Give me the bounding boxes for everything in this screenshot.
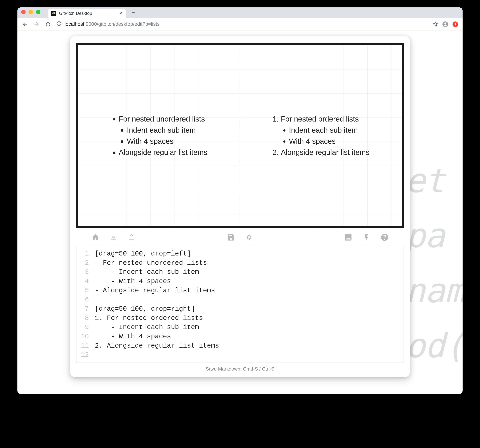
list-item: With 4 spaces (289, 136, 369, 147)
close-window-button[interactable] (21, 10, 26, 14)
slide-left-region[interactable]: For nested unordered lists Indent each s… (78, 45, 240, 226)
svg-point-1 (444, 22, 446, 24)
addrbar-right-icons: ⬆ (432, 21, 458, 28)
back-button[interactable] (22, 21, 28, 28)
maximize-window-button[interactable] (36, 10, 40, 14)
editor-content[interactable]: [drag=50 100, drop=left] - For nested un… (92, 246, 404, 363)
url-field[interactable]: localhost:9000/gitpitch/desktop/edit?p=l… (56, 21, 427, 28)
list-item: Alongside regular list items (281, 147, 369, 158)
help-button[interactable] (380, 233, 389, 242)
profile-avatar-icon[interactable] (442, 21, 448, 28)
list-item: Alongside regular list items (119, 147, 207, 158)
download-button[interactable] (109, 233, 118, 242)
page-viewport: et pa nam od( For nested unordered lists… (17, 31, 463, 394)
bolt-button[interactable] (362, 233, 371, 242)
slide-preview[interactable]: For nested unordered lists Indent each s… (76, 43, 404, 228)
list-item: For nested unordered lists Indent each s… (119, 113, 207, 147)
home-button[interactable] (91, 233, 100, 242)
list-item: For nested ordered lists Indent each sub… (281, 113, 369, 147)
list-item: Indent each sub item (127, 124, 207, 136)
slide-right-region[interactable]: For nested ordered lists Indent each sub… (240, 45, 402, 226)
unordered-list: For nested unordered lists Indent each s… (111, 113, 207, 158)
line-number-gutter: 1 2 3 4 5 6 7 8 9 10 11 12 (76, 246, 92, 363)
list-item: With 4 spaces (127, 136, 207, 147)
upload-button[interactable] (127, 233, 136, 242)
new-tab-button[interactable]: ＋ (129, 8, 137, 16)
window-controls (21, 10, 40, 14)
bookmark-star-icon[interactable] (432, 21, 438, 27)
titlebar: GP GitPitch Desktop ✕ ＋ (17, 7, 463, 18)
tab-title: GitPitch Desktop (59, 11, 116, 16)
refresh-button[interactable] (244, 233, 254, 242)
editor-toolbar (76, 228, 404, 246)
tab-close-button[interactable]: ✕ (119, 11, 122, 16)
address-bar: localhost:9000/gitpitch/desktop/edit?p=l… (17, 18, 463, 31)
forward-button[interactable] (33, 21, 40, 28)
editor-panel: For nested unordered lists Indent each s… (70, 36, 410, 377)
save-button[interactable] (226, 233, 236, 242)
image-button[interactable] (344, 233, 353, 242)
url-text: localhost:9000/gitpitch/desktop/edit?p=l… (64, 21, 160, 27)
tab-favicon: GP (51, 11, 56, 16)
ordered-list: For nested ordered lists Indent each sub… (273, 113, 369, 158)
browser-window: GP GitPitch Desktop ✕ ＋ localhost:9000/g… (17, 7, 463, 394)
site-info-icon[interactable] (56, 21, 62, 28)
browser-tab[interactable]: GP GitPitch Desktop ✕ (48, 9, 126, 18)
extension-icon[interactable]: ⬆ (452, 21, 458, 27)
reload-button[interactable] (45, 21, 51, 28)
minimize-window-button[interactable] (28, 10, 33, 14)
markdown-editor[interactable]: 1 2 3 4 5 6 7 8 9 10 11 12 [drag=50 100,… (76, 246, 404, 363)
background-code-watermark: et pa nam od( (405, 153, 463, 373)
list-item: Indent each sub item (289, 124, 369, 136)
status-hint: Save Markdown: Cmd-S / Ctrl-S (76, 363, 404, 372)
